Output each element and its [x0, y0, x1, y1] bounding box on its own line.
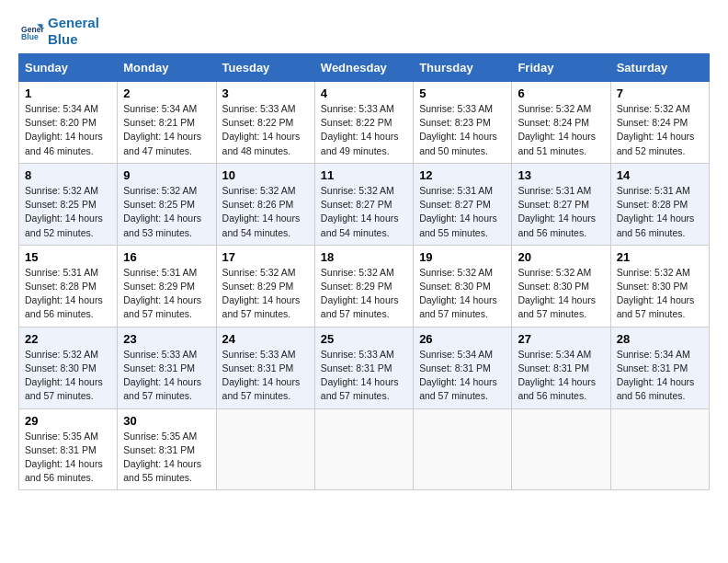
calendar-cell: 18 Sunrise: 5:32 AM Sunset: 8:29 PM Dayl…	[314, 245, 413, 327]
calendar-cell: 24 Sunrise: 5:33 AM Sunset: 8:31 PM Dayl…	[216, 327, 314, 408]
day-number: 8	[25, 168, 111, 182]
calendar-cell: 26 Sunrise: 5:34 AM Sunset: 8:31 PM Dayl…	[414, 327, 512, 408]
calendar-cell: 9 Sunrise: 5:32 AM Sunset: 8:25 PM Dayli…	[118, 163, 216, 245]
day-number: 26	[419, 332, 506, 346]
day-number: 2	[123, 86, 210, 100]
calendar-cell	[216, 408, 314, 490]
day-info: Sunrise: 5:31 AM Sunset: 8:28 PM Dayligh…	[25, 266, 111, 322]
day-info: Sunrise: 5:34 AM Sunset: 8:21 PM Dayligh…	[123, 102, 210, 158]
day-number: 29	[25, 414, 111, 428]
day-info: Sunrise: 5:34 AM Sunset: 8:20 PM Dayligh…	[25, 102, 111, 158]
calendar-cell: 20 Sunrise: 5:32 AM Sunset: 8:30 PM Dayl…	[512, 245, 610, 327]
day-info: Sunrise: 5:32 AM Sunset: 8:30 PM Dayligh…	[419, 266, 506, 322]
calendar-cell: 17 Sunrise: 5:32 AM Sunset: 8:29 PM Dayl…	[216, 245, 314, 327]
calendar-header-thursday: Thursday	[414, 54, 512, 82]
day-info: Sunrise: 5:31 AM Sunset: 8:29 PM Dayligh…	[123, 266, 210, 322]
calendar-header-saturday: Saturday	[610, 54, 709, 82]
day-info: Sunrise: 5:33 AM Sunset: 8:23 PM Dayligh…	[419, 102, 506, 158]
calendar-cell: 4 Sunrise: 5:33 AM Sunset: 8:22 PM Dayli…	[314, 82, 413, 164]
calendar-cell: 3 Sunrise: 5:33 AM Sunset: 8:22 PM Dayli…	[216, 82, 314, 164]
day-info: Sunrise: 5:33 AM Sunset: 8:31 PM Dayligh…	[123, 348, 210, 404]
calendar-header-friday: Friday	[512, 54, 610, 82]
calendar-cell: 30 Sunrise: 5:35 AM Sunset: 8:31 PM Dayl…	[118, 408, 216, 490]
calendar-header-monday: Monday	[118, 54, 216, 82]
calendar-cell: 12 Sunrise: 5:31 AM Sunset: 8:27 PM Dayl…	[414, 163, 512, 245]
calendar-header-row: SundayMondayTuesdayWednesdayThursdayFrid…	[19, 54, 710, 82]
day-number: 7	[617, 86, 703, 100]
day-number: 5	[419, 86, 506, 100]
calendar-cell: 8 Sunrise: 5:32 AM Sunset: 8:25 PM Dayli…	[19, 163, 118, 245]
calendar-cell: 13 Sunrise: 5:31 AM Sunset: 8:27 PM Dayl…	[512, 163, 610, 245]
day-info: Sunrise: 5:35 AM Sunset: 8:31 PM Dayligh…	[123, 430, 210, 486]
day-info: Sunrise: 5:33 AM Sunset: 8:31 PM Dayligh…	[222, 348, 309, 404]
calendar-cell: 2 Sunrise: 5:34 AM Sunset: 8:21 PM Dayli…	[118, 82, 216, 164]
day-info: Sunrise: 5:32 AM Sunset: 8:30 PM Dayligh…	[518, 266, 604, 322]
day-number: 20	[518, 250, 604, 264]
calendar-cell: 23 Sunrise: 5:33 AM Sunset: 8:31 PM Dayl…	[118, 327, 216, 408]
day-number: 21	[617, 250, 703, 264]
day-number: 11	[321, 168, 407, 182]
day-info: Sunrise: 5:34 AM Sunset: 8:31 PM Dayligh…	[617, 348, 703, 404]
calendar-cell: 27 Sunrise: 5:34 AM Sunset: 8:31 PM Dayl…	[512, 327, 610, 408]
day-number: 27	[518, 332, 604, 346]
calendar-week-1: 1 Sunrise: 5:34 AM Sunset: 8:20 PM Dayli…	[19, 82, 710, 164]
calendar-header-sunday: Sunday	[19, 54, 118, 82]
day-info: Sunrise: 5:32 AM Sunset: 8:27 PM Dayligh…	[321, 184, 407, 240]
day-number: 16	[123, 250, 210, 264]
calendar-cell	[414, 408, 512, 490]
day-number: 30	[123, 414, 210, 428]
calendar-header-wednesday: Wednesday	[314, 54, 413, 82]
calendar-cell: 25 Sunrise: 5:33 AM Sunset: 8:31 PM Dayl…	[314, 327, 413, 408]
calendar-cell: 16 Sunrise: 5:31 AM Sunset: 8:29 PM Dayl…	[118, 245, 216, 327]
day-number: 17	[222, 250, 309, 264]
day-info: Sunrise: 5:34 AM Sunset: 8:31 PM Dayligh…	[518, 348, 604, 404]
day-number: 24	[222, 332, 309, 346]
calendar-cell: 14 Sunrise: 5:31 AM Sunset: 8:28 PM Dayl…	[610, 163, 709, 245]
calendar-cell: 11 Sunrise: 5:32 AM Sunset: 8:27 PM Dayl…	[314, 163, 413, 245]
day-number: 18	[321, 250, 407, 264]
day-info: Sunrise: 5:32 AM Sunset: 8:30 PM Dayligh…	[25, 348, 111, 404]
day-info: Sunrise: 5:33 AM Sunset: 8:31 PM Dayligh…	[321, 348, 407, 404]
svg-text:Blue: Blue	[21, 32, 39, 41]
day-number: 10	[222, 168, 309, 182]
calendar-cell	[512, 408, 610, 490]
calendar-table: SundayMondayTuesdayWednesdayThursdayFrid…	[18, 53, 710, 490]
day-info: Sunrise: 5:35 AM Sunset: 8:31 PM Dayligh…	[25, 430, 111, 486]
calendar-week-5: 29 Sunrise: 5:35 AM Sunset: 8:31 PM Dayl…	[19, 408, 710, 490]
day-number: 4	[321, 86, 407, 100]
day-info: Sunrise: 5:31 AM Sunset: 8:27 PM Dayligh…	[518, 184, 604, 240]
day-number: 22	[25, 332, 111, 346]
day-number: 15	[25, 250, 111, 264]
day-info: Sunrise: 5:32 AM Sunset: 8:29 PM Dayligh…	[222, 266, 309, 322]
day-info: Sunrise: 5:31 AM Sunset: 8:27 PM Dayligh…	[419, 184, 506, 240]
calendar-cell: 6 Sunrise: 5:32 AM Sunset: 8:24 PM Dayli…	[512, 82, 610, 164]
header: General Blue General Blue	[18, 15, 710, 48]
calendar-cell	[610, 408, 709, 490]
day-info: Sunrise: 5:32 AM Sunset: 8:25 PM Dayligh…	[123, 184, 210, 240]
day-number: 28	[617, 332, 703, 346]
day-info: Sunrise: 5:32 AM Sunset: 8:30 PM Dayligh…	[617, 266, 703, 322]
day-number: 9	[123, 168, 210, 182]
calendar-cell: 28 Sunrise: 5:34 AM Sunset: 8:31 PM Dayl…	[610, 327, 709, 408]
calendar-week-2: 8 Sunrise: 5:32 AM Sunset: 8:25 PM Dayli…	[19, 163, 710, 245]
day-number: 3	[222, 86, 309, 100]
day-info: Sunrise: 5:32 AM Sunset: 8:24 PM Dayligh…	[518, 102, 604, 158]
calendar-cell: 22 Sunrise: 5:32 AM Sunset: 8:30 PM Dayl…	[19, 327, 118, 408]
day-number: 14	[617, 168, 703, 182]
calendar-header-tuesday: Tuesday	[216, 54, 314, 82]
day-number: 23	[123, 332, 210, 346]
calendar-cell: 29 Sunrise: 5:35 AM Sunset: 8:31 PM Dayl…	[19, 408, 118, 490]
calendar-cell: 15 Sunrise: 5:31 AM Sunset: 8:28 PM Dayl…	[19, 245, 118, 327]
day-number: 13	[518, 168, 604, 182]
calendar-cell: 1 Sunrise: 5:34 AM Sunset: 8:20 PM Dayli…	[19, 82, 118, 164]
day-info: Sunrise: 5:33 AM Sunset: 8:22 PM Dayligh…	[321, 102, 407, 158]
logo-icon: General Blue	[18, 18, 44, 44]
day-number: 6	[518, 86, 604, 100]
day-info: Sunrise: 5:31 AM Sunset: 8:28 PM Dayligh…	[617, 184, 703, 240]
calendar-cell: 19 Sunrise: 5:32 AM Sunset: 8:30 PM Dayl…	[414, 245, 512, 327]
logo: General Blue General Blue	[18, 15, 99, 48]
day-info: Sunrise: 5:34 AM Sunset: 8:31 PM Dayligh…	[419, 348, 506, 404]
day-info: Sunrise: 5:32 AM Sunset: 8:24 PM Dayligh…	[617, 102, 703, 158]
day-number: 25	[321, 332, 407, 346]
calendar-week-4: 22 Sunrise: 5:32 AM Sunset: 8:30 PM Dayl…	[19, 327, 710, 408]
